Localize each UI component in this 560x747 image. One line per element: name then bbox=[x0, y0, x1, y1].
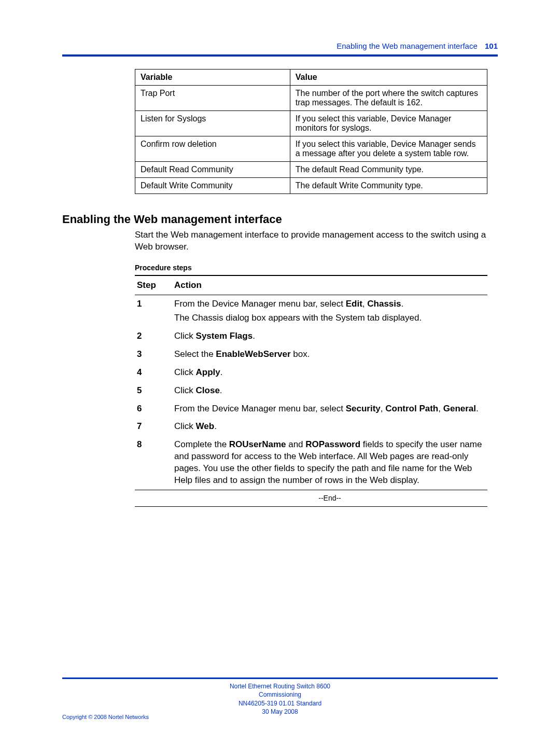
text: From the Device Manager menu bar, select bbox=[174, 404, 346, 413]
bold-text: Chassis bbox=[367, 299, 401, 309]
text: Click bbox=[174, 331, 196, 341]
step-number: 2 bbox=[135, 327, 172, 345]
table-cell-variable: Default Read Community bbox=[135, 162, 290, 178]
procedure-end-label: --End-- bbox=[172, 490, 487, 507]
section-heading: Enabling the Web management interface bbox=[62, 213, 498, 226]
procedure-row: 2 Click System Flags. bbox=[135, 327, 487, 345]
text: , bbox=[438, 404, 443, 413]
table-header-value: Value bbox=[290, 70, 487, 86]
bold-text: EnableWebServer bbox=[216, 349, 290, 359]
footer-center: Nortel Ethernet Routing Switch 8600 Comm… bbox=[62, 682, 498, 716]
text: and bbox=[286, 439, 305, 449]
text: . bbox=[401, 299, 403, 309]
step-number: 5 bbox=[135, 382, 172, 400]
step-number: 3 bbox=[135, 345, 172, 364]
bold-text: ROPassword bbox=[305, 439, 360, 449]
bold-text: Control Path bbox=[385, 404, 438, 413]
text: , bbox=[381, 404, 385, 413]
text: , bbox=[362, 299, 367, 309]
copyright: Copyright © 2008 Nortel Networks bbox=[62, 714, 149, 720]
step-subtext: The Chassis dialog box appears with the … bbox=[174, 310, 485, 324]
footer-line-3: NN46205-319 01.01 Standard bbox=[62, 699, 498, 708]
step-action: Complete the ROUserName and ROPassword f… bbox=[172, 436, 487, 490]
procedure-header-action: Action bbox=[172, 275, 487, 295]
procedure-row: 8 Complete the ROUserName and ROPassword… bbox=[135, 436, 487, 490]
bold-text: Security bbox=[346, 404, 381, 413]
procedure-row: 5 Click Close. bbox=[135, 382, 487, 400]
step-action: Select the EnableWebServer box. bbox=[172, 345, 487, 364]
step-action: From the Device Manager menu bar, select… bbox=[172, 295, 487, 327]
text: . bbox=[220, 367, 223, 377]
text: . bbox=[476, 404, 479, 413]
footer-line-1: Nortel Ethernet Routing Switch 8600 bbox=[62, 682, 498, 690]
table-cell-value: The default Write Community type. bbox=[290, 178, 487, 194]
procedure-table: Step Action 1 From the Device Manager me… bbox=[135, 275, 487, 507]
table-row: Default Read Community The default Read … bbox=[135, 162, 487, 178]
procedure-row: 4 Click Apply. bbox=[135, 364, 487, 382]
bold-text: Close bbox=[196, 385, 220, 395]
step-action: From the Device Manager menu bar, select… bbox=[172, 400, 487, 418]
bold-text: General bbox=[443, 404, 476, 413]
text: Click bbox=[174, 367, 196, 377]
bold-text: ROUserName bbox=[229, 439, 286, 449]
table-cell-value: The default Read Community type. bbox=[290, 162, 487, 178]
page-number: 101 bbox=[485, 42, 498, 50]
bold-text: Apply bbox=[196, 367, 220, 377]
text: . bbox=[220, 385, 222, 395]
procedure-row: 3 Select the EnableWebServer box. bbox=[135, 345, 487, 364]
footer-line-2: Commissioning bbox=[62, 690, 498, 699]
step-number: 4 bbox=[135, 364, 172, 382]
text: Complete the bbox=[174, 439, 229, 449]
table-row: Confirm row deletion If you select this … bbox=[135, 136, 487, 162]
table-cell-variable: Confirm row deletion bbox=[135, 136, 290, 162]
table-header-variable: Variable bbox=[135, 70, 290, 86]
table-row: Trap Port The number of the port where t… bbox=[135, 86, 487, 111]
table-cell-variable: Listen for Syslogs bbox=[135, 111, 290, 136]
procedure-row: 1 From the Device Manager menu bar, sele… bbox=[135, 295, 487, 327]
procedure-header-step: Step bbox=[135, 275, 172, 295]
table-cell-variable: Default Write Community bbox=[135, 178, 290, 194]
step-action: Click Close. bbox=[172, 382, 487, 400]
table-row: Default Write Community The default Writ… bbox=[135, 178, 487, 194]
procedure-row: 6 From the Device Manager menu bar, sele… bbox=[135, 400, 487, 418]
text: . bbox=[253, 331, 255, 341]
text: From the Device Manager menu bar, select bbox=[174, 299, 346, 309]
footer-rule bbox=[62, 677, 498, 679]
step-number: 8 bbox=[135, 436, 172, 490]
procedure-block: Procedure steps Step Action 1 From the D… bbox=[135, 264, 487, 507]
step-number: 1 bbox=[135, 295, 172, 327]
procedure-end-row: --End-- bbox=[135, 490, 487, 507]
table-cell-value: If you select this variable, Device Mana… bbox=[290, 136, 487, 162]
footer: Nortel Ethernet Routing Switch 8600 Comm… bbox=[62, 677, 498, 716]
section-intro: Start the Web management interface to pr… bbox=[135, 229, 487, 253]
step-action: Click Web. bbox=[172, 418, 487, 436]
text: Click bbox=[174, 385, 196, 395]
page: Enabling the Web management interface 10… bbox=[0, 0, 560, 747]
procedure-row: 7 Click Web. bbox=[135, 418, 487, 436]
step-action: Click System Flags. bbox=[172, 327, 487, 345]
bold-text: System Flags bbox=[196, 331, 253, 341]
variable-value-table: Variable Value Trap Port The number of t… bbox=[135, 69, 487, 194]
running-title: Enabling the Web management interface bbox=[337, 42, 478, 50]
table-row: Listen for Syslogs If you select this va… bbox=[135, 111, 487, 136]
step-number: 7 bbox=[135, 418, 172, 436]
text: Select the bbox=[174, 349, 216, 359]
table-cell-value: If you select this variable, Device Mana… bbox=[290, 111, 487, 136]
table-cell-value: The number of the port where the switch … bbox=[290, 86, 487, 111]
text: . bbox=[214, 421, 217, 431]
text: Click bbox=[174, 421, 196, 431]
table-cell-variable: Trap Port bbox=[135, 86, 290, 111]
step-number: 6 bbox=[135, 400, 172, 418]
text: box. bbox=[291, 349, 310, 359]
step-action: Click Apply. bbox=[172, 364, 487, 382]
bold-text: Web bbox=[196, 421, 215, 431]
procedure-title: Procedure steps bbox=[135, 264, 487, 272]
running-header: Enabling the Web management interface 10… bbox=[62, 42, 498, 50]
header-rule bbox=[62, 54, 498, 57]
bold-text: Edit bbox=[346, 299, 362, 309]
